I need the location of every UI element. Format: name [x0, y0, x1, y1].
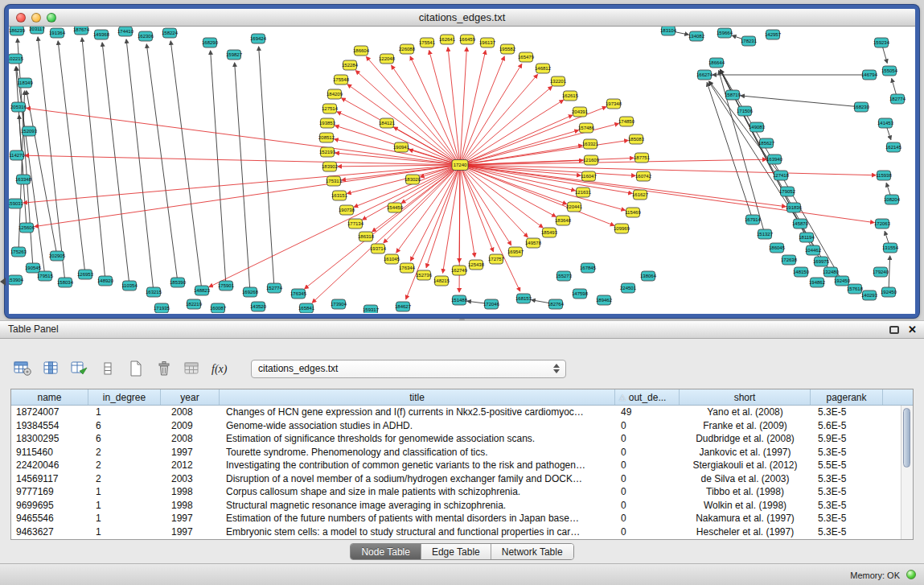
- table-row[interactable]: 946362711997Embryonic stem cells: a mode…: [11, 525, 913, 539]
- network-node[interactable]: 152093: [21, 126, 38, 136]
- network-node[interactable]: 151488: [451, 295, 468, 305]
- network-edge[interactable]: [460, 47, 466, 165]
- cell-year[interactable]: 2008: [161, 432, 220, 446]
- cell-in_degree[interactable]: 2: [88, 472, 161, 486]
- network-edge[interactable]: [460, 100, 564, 165]
- network-node[interactable]: 153904: [9, 275, 24, 285]
- network-node[interactable]: 175263: [10, 247, 27, 257]
- network-node[interactable]: 152774: [266, 283, 283, 293]
- network-node[interactable]: 177134: [347, 219, 364, 229]
- network-node[interactable]: 178231: [741, 36, 758, 46]
- network-node[interactable]: 125438: [468, 260, 485, 270]
- network-edge[interactable]: [259, 47, 274, 288]
- cell-out_degree[interactable]: 0: [615, 446, 680, 459]
- network-node[interactable]: 165479: [518, 52, 535, 62]
- network-edge[interactable]: [38, 37, 65, 282]
- close-window-button[interactable]: [16, 13, 26, 23]
- cell-name[interactable]: 9777169: [11, 485, 88, 499]
- network-node[interactable]: 187674: [73, 27, 90, 35]
- network-node[interactable]: 192450: [834, 276, 851, 286]
- network-node[interactable]: 162145: [885, 142, 902, 152]
- network-edge[interactable]: [58, 41, 85, 274]
- cell-name[interactable]: 18300295: [11, 432, 88, 446]
- network-node[interactable]: 192450: [881, 287, 897, 297]
- float-panel-icon[interactable]: [889, 326, 899, 334]
- network-node[interactable]: 175313: [326, 176, 343, 186]
- network-edge[interactable]: [354, 165, 460, 207]
- network-edge[interactable]: [363, 165, 460, 220]
- network-node[interactable]: 175901: [218, 281, 235, 290]
- network-node[interactable]: 157486: [578, 123, 595, 133]
- network-node[interactable]: 179052: [779, 187, 796, 196]
- network-node[interactable]: 203117: [29, 27, 45, 34]
- network-canvas[interactable]: 1724018660415228417554818420912751419385…: [9, 27, 915, 314]
- cell-title[interactable]: Tourette syndrome. Phenomenology and cla…: [220, 446, 615, 459]
- table-row[interactable]: 1456911722003Disruption of a novel membe…: [11, 472, 913, 486]
- network-node[interactable]: 169975: [813, 257, 830, 266]
- network-node[interactable]: 184121: [379, 118, 396, 128]
- network-node[interactable]: 148823: [194, 286, 211, 295]
- cell-year[interactable]: 1997: [161, 525, 220, 539]
- network-node[interactable]: 109969: [614, 224, 630, 233]
- cell-title[interactable]: Embryonic stem cells: a model to study s…: [220, 525, 615, 539]
- network-node[interactable]: 148215: [433, 276, 450, 286]
- panel-collapse-arrow-icon[interactable]: [0, 278, 6, 286]
- network-node[interactable]: 186604: [353, 46, 370, 56]
- table-selector-dropdown[interactable]: citations_edges.txt: [251, 360, 566, 378]
- cell-out_degree[interactable]: 0: [615, 419, 680, 433]
- cell-pagerank[interactable]: 5.3E-5: [811, 446, 883, 459]
- network-node[interactable]: 104462: [805, 245, 822, 255]
- cell-in_degree[interactable]: 2: [88, 459, 161, 472]
- network-node[interactable]: 158034: [57, 278, 74, 287]
- network-node[interactable]: 163151: [331, 191, 348, 200]
- network-node[interactable]: 121631: [575, 187, 592, 197]
- network-node[interactable]: 161045: [384, 254, 400, 264]
- tab-node-table[interactable]: Node Table: [351, 544, 421, 559]
- network-node[interactable]: 161627: [632, 190, 649, 200]
- network-node[interactable]: 163215: [146, 287, 162, 297]
- network-node[interactable]: 186045: [769, 243, 786, 253]
- network-node[interactable]: 115938: [876, 171, 892, 180]
- column-header-year[interactable]: year: [161, 389, 220, 405]
- network-node[interactable]: 179240: [873, 267, 889, 277]
- cell-year[interactable]: 1998: [161, 485, 220, 499]
- network-edge[interactable]: [146, 44, 178, 282]
- network-node[interactable]: 171506: [737, 106, 754, 116]
- network-node[interactable]: 108204: [884, 195, 901, 204]
- network-node[interactable]: 168230: [853, 102, 870, 112]
- cell-in_degree[interactable]: 1: [88, 499, 161, 513]
- network-node[interactable]: 195582: [499, 44, 516, 54]
- import-table-icon[interactable]: [182, 359, 203, 378]
- cell-year[interactable]: 1997: [161, 512, 220, 525]
- table-row[interactable]: 2242004622012Investigating the contribut…: [11, 459, 913, 472]
- minimize-window-button[interactable]: [31, 13, 41, 23]
- table-row[interactable]: 946554611997Estimation of the future num…: [11, 512, 913, 525]
- network-node[interactable]: 184627: [395, 302, 412, 311]
- network-node[interactable]: 202905: [49, 251, 66, 261]
- network-node[interactable]: 189462: [596, 295, 613, 305]
- network-node[interactable]: 155273: [556, 271, 573, 281]
- network-node[interactable]: 132480: [823, 267, 840, 277]
- cell-in_degree[interactable]: 1: [88, 525, 161, 539]
- network-node[interactable]: 193714: [370, 244, 387, 253]
- network-node[interactable]: 114270: [9, 150, 25, 160]
- cell-title[interactable]: Genome-wide association studies in ADHD.: [220, 419, 615, 433]
- network-node[interactable]: 159031: [9, 199, 24, 208]
- network-node[interactable]: 125606: [18, 223, 35, 233]
- cell-pagerank[interactable]: 5.9E-5: [811, 432, 883, 446]
- network-node[interactable]: 115469: [625, 208, 641, 217]
- network-node[interactable]: 166459: [459, 35, 476, 44]
- network-node[interactable]: 174850: [618, 117, 635, 126]
- network-node[interactable]: 102215: [9, 54, 24, 64]
- network-node[interactable]: 148920: [97, 276, 114, 286]
- network-node[interactable]: 163321: [582, 139, 599, 149]
- cell-out_degree[interactable]: 0: [615, 525, 680, 539]
- network-node[interactable]: 191836: [786, 203, 803, 212]
- network-node[interactable]: 116047: [581, 171, 597, 181]
- network-node[interactable]: 147598: [572, 289, 589, 299]
- cell-name[interactable]: 9115460: [11, 446, 88, 459]
- network-node[interactable]: 169547: [507, 247, 524, 257]
- cell-in_degree[interactable]: 6: [88, 419, 161, 433]
- network-node[interactable]: 220441: [566, 202, 583, 212]
- network-hub-node[interactable]: 17240: [452, 160, 468, 171]
